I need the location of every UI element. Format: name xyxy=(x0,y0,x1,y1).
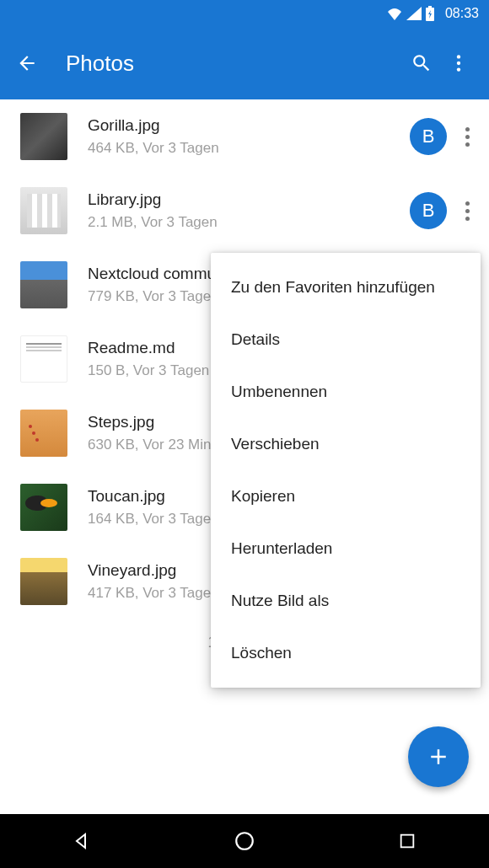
file-item[interactable]: Library.jpg2.1 MB, Vor 3 TagenB xyxy=(0,174,489,248)
menu-item[interactable]: Kopieren xyxy=(211,470,481,522)
signal-icon xyxy=(406,7,422,20)
file-item[interactable]: Gorilla.jpg464 KB, Vor 3 TagenB xyxy=(0,99,489,174)
plus-icon xyxy=(426,744,451,769)
android-nav-bar xyxy=(0,814,489,868)
file-thumbnail xyxy=(20,335,67,383)
file-thumbnail xyxy=(20,484,67,531)
svg-rect-1 xyxy=(428,6,432,8)
menu-item[interactable]: Löschen xyxy=(211,627,481,679)
context-menu: Zu den Favoriten hinzufügenDetailsUmbene… xyxy=(211,253,481,688)
more-vert-icon xyxy=(465,127,470,147)
svg-point-3 xyxy=(457,62,460,65)
wifi-icon xyxy=(386,7,403,20)
app-toolbar: Photos xyxy=(0,27,489,99)
nav-back-button[interactable] xyxy=(65,824,99,858)
file-thumbnail xyxy=(20,261,67,308)
menu-item[interactable]: Nutze Bild als xyxy=(211,575,481,627)
file-more-button[interactable] xyxy=(457,120,477,153)
search-icon xyxy=(411,52,433,74)
fab-add-button[interactable] xyxy=(408,726,469,787)
file-thumbnail xyxy=(20,558,67,605)
nav-recent-button[interactable] xyxy=(390,824,424,858)
status-bar: 08:33 xyxy=(0,0,489,27)
more-vert-icon xyxy=(448,52,470,74)
search-button[interactable] xyxy=(405,46,438,80)
nav-home-icon xyxy=(234,830,255,852)
status-time: 08:33 xyxy=(445,6,479,21)
file-info: Library.jpg2.1 MB, Vor 3 Tagen xyxy=(88,190,410,231)
menu-item[interactable]: Details xyxy=(211,313,481,366)
file-name-label: Gorilla.jpg xyxy=(88,116,410,135)
file-thumbnail xyxy=(20,187,67,234)
sync-badge: B xyxy=(410,118,447,155)
battery-charging-icon xyxy=(425,6,435,21)
file-thumbnail xyxy=(20,113,67,160)
nav-recent-icon xyxy=(398,832,416,850)
svg-point-5 xyxy=(236,833,253,849)
menu-item[interactable]: Verschieben xyxy=(211,418,481,470)
svg-point-2 xyxy=(457,55,460,58)
file-meta-label: 464 KB, Vor 3 Tagen xyxy=(88,140,410,157)
arrow-back-icon xyxy=(16,52,38,74)
file-thumbnail xyxy=(20,410,67,457)
file-more-button[interactable] xyxy=(457,194,477,228)
menu-item[interactable]: Zu den Favoriten hinzufügen xyxy=(211,261,481,313)
svg-point-4 xyxy=(457,67,460,71)
file-meta-label: 2.1 MB, Vor 3 Tagen xyxy=(88,214,410,231)
menu-item[interactable]: Herunterladen xyxy=(211,522,481,575)
nav-back-icon xyxy=(72,831,92,851)
file-name-label: Library.jpg xyxy=(88,190,410,209)
file-info: Gorilla.jpg464 KB, Vor 3 Tagen xyxy=(88,116,410,157)
status-icons xyxy=(386,6,435,21)
sync-badge: B xyxy=(410,192,447,229)
more-vert-icon xyxy=(465,201,470,221)
page-title: Photos xyxy=(66,51,401,77)
back-button[interactable] xyxy=(13,50,40,77)
overflow-menu-button[interactable] xyxy=(442,46,476,80)
menu-item[interactable]: Umbenennen xyxy=(211,366,481,418)
nav-home-button[interactable] xyxy=(228,824,261,858)
svg-rect-6 xyxy=(401,835,414,848)
